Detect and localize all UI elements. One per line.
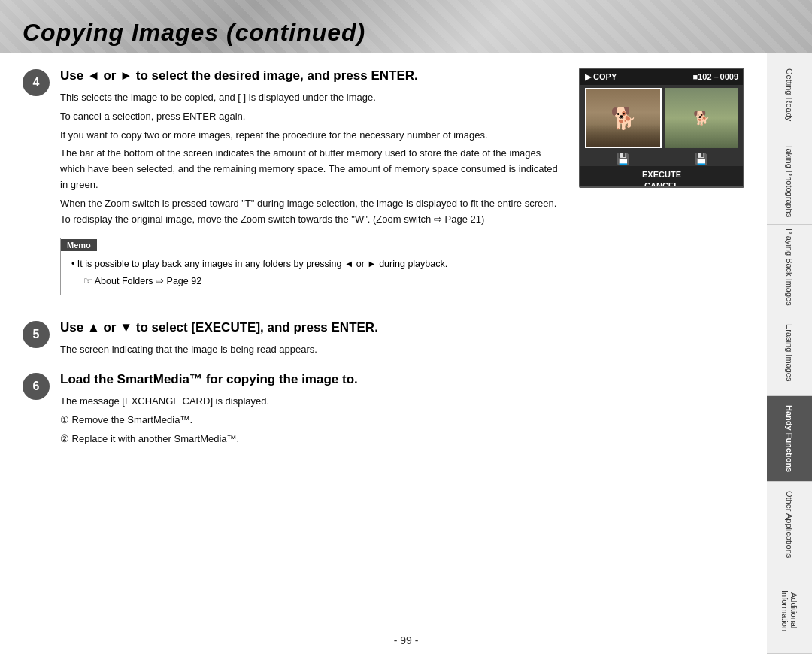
step-6-title: Load the SmartMedia™ for copying the ima… — [60, 371, 744, 388]
step-4-para3: If you want to copy two or more images, … — [60, 128, 564, 144]
sidebar-item-taking-photographs[interactable]: Taking Photographs — [767, 138, 812, 224]
lcd-floppy-left: 💾 — [617, 153, 629, 165]
step-5-content: Use ▲ or ▼ to select [EXECUTE], and pres… — [60, 319, 744, 358]
main-content: 4 Use ◄ or ► to select the desired image… — [0, 53, 767, 624]
step-6-section: 6 Load the SmartMedia™ for copying the i… — [23, 371, 744, 450]
step-6-list-item1: ① Remove the SmartMedia™. — [60, 413, 744, 428]
lcd-copy-label: ▶ COPY — [585, 72, 617, 82]
memo-label: Memo — [61, 239, 97, 251]
memo-box: Memo • It is possible to play back any i… — [60, 238, 744, 295]
step-6-number: 6 — [23, 373, 50, 400]
step-5-title: Use ▲ or ▼ to select [EXECUTE], and pres… — [60, 319, 744, 336]
lcd-screen: ▶ COPY ■102－0009 💾 💾 EXECUTECANCEL — [579, 68, 744, 188]
sidebar-item-playing-back-label: Playing Back Images — [785, 229, 794, 306]
sidebar-item-getting-ready-label: Getting Ready — [785, 68, 794, 121]
sidebar-item-erasing-label: Erasing Images — [785, 324, 794, 381]
step-4-para1: This selects the image to be copied, and… — [60, 90, 564, 106]
step-4-section: 4 Use ◄ or ► to select the desired image… — [23, 68, 744, 306]
step-6-content: Load the SmartMedia™ for copying the ima… — [60, 371, 744, 450]
step-4-content: Use ◄ or ► to select the desired image, … — [60, 68, 744, 306]
lcd-top-bar: ▶ COPY ■102－0009 — [580, 69, 743, 85]
header-bar: Copying Images (continued) — [0, 0, 812, 53]
lcd-thumb-main — [585, 88, 662, 148]
sidebar-item-erasing[interactable]: Erasing Images — [767, 310, 812, 396]
step-4-para2: To cancel a selection, press ENTER again… — [60, 109, 564, 125]
sidebar-item-other-applications-label: Other Applications — [785, 491, 794, 558]
step-5-body: The screen indicating that the image is … — [60, 342, 744, 358]
lcd-images-row — [580, 85, 743, 151]
step-6-list-item2: ② Replace it with another SmartMedia™. — [60, 431, 744, 447]
step-4-number: 4 — [23, 69, 50, 96]
lcd-file-label: ■102－0009 — [693, 71, 738, 83]
step-4-text: Use ◄ or ► to select the desired image, … — [60, 68, 564, 230]
sidebar-item-handy-functions-label: Handy Functions — [785, 405, 794, 472]
lcd-icon-row: 💾 💾 — [580, 151, 743, 166]
step-4-para4: The bar at the bottom of the screen indi… — [60, 146, 564, 192]
lcd-thumb-secondary — [665, 88, 738, 148]
step-5-section: 5 Use ▲ or ▼ to select [EXECUTE], and pr… — [23, 319, 744, 358]
step-4-title: Use ◄ or ► to select the desired image, … — [60, 68, 564, 84]
sidebar-item-other-applications[interactable]: Other Applications — [767, 482, 812, 568]
step-6-body: The message [EXCHANGE CARD] is displayed… — [60, 394, 744, 447]
memo-content: • It is possible to play back any images… — [61, 251, 744, 295]
lcd-bottom: EXECUTECANCEL — [580, 166, 743, 188]
memo-bullet: • It is possible to play back any images… — [71, 257, 733, 271]
step-4-para5: When the Zoom switch is pressed toward "… — [60, 196, 564, 228]
sidebar-item-handy-functions[interactable]: Handy Functions — [767, 396, 812, 482]
sidebar-item-playing-back[interactable]: Playing Back Images — [767, 225, 812, 310]
sidebar: Getting Ready Taking Photographs Playing… — [767, 53, 812, 654]
memo-sub-item: ☞ About Folders ⇨ Page 92 — [83, 274, 733, 289]
lcd-execute-label: EXECUTECANCEL — [583, 169, 740, 188]
step-5-number: 5 — [23, 321, 50, 348]
sidebar-item-taking-photographs-label: Taking Photographs — [785, 144, 794, 217]
sidebar-item-getting-ready[interactable]: Getting Ready — [767, 53, 812, 138]
lcd-floppy-right: 💾 — [695, 153, 707, 165]
step-4-body: This selects the image to be copied, and… — [60, 90, 564, 227]
sidebar-item-additional-info[interactable]: Additional Information — [767, 568, 812, 654]
page-title: Copying Images (continued) — [23, 19, 365, 47]
sidebar-item-additional-info-label: Additional Information — [780, 571, 798, 650]
step-6-para1: The message [EXCHANGE CARD] is displayed… — [60, 394, 744, 410]
page-number: - 99 - — [394, 634, 419, 646]
